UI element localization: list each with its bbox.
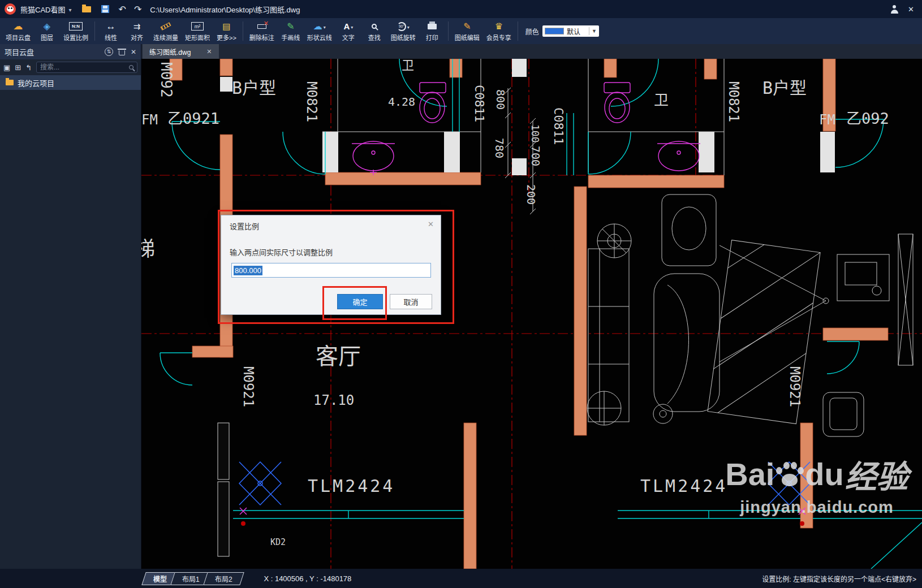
red-dots	[241, 521, 804, 526]
app-name: 熊猫CAD看图	[20, 4, 65, 15]
cad-text-label: 17.10	[313, 394, 354, 408]
up-level-icon[interactable]	[25, 62, 32, 72]
set-scale-dialog: 设置比例 输入两点间实际尺寸以调整比例 800.000 确定 取消	[221, 215, 441, 315]
user-account-icon[interactable]	[890, 5, 899, 14]
chevron-down-icon	[351, 23, 353, 30]
save-icon[interactable]	[101, 5, 109, 13]
toolbar-button-find[interactable]: 查找	[361, 19, 387, 43]
search-icon[interactable]	[129, 65, 133, 70]
toolbar-separator	[448, 21, 449, 41]
cad-text-label: B户型	[762, 79, 807, 97]
toolbar-button-more[interactable]: 更多>>	[213, 19, 240, 43]
sidebar-search	[36, 62, 137, 73]
cancel-button[interactable]: 取消	[390, 294, 432, 309]
baidu-jingyan-watermark: Bai du 经验 jingyan.baidu.com	[717, 451, 916, 517]
toolbar-separator	[243, 21, 243, 41]
color-dropdown[interactable]: 默认 ▼	[542, 25, 599, 37]
linear-dimension-icon	[106, 21, 116, 32]
toolbar-button-cloud-drive[interactable]: 项目云盘	[2, 19, 34, 43]
cad-text-label: 4.28	[388, 96, 415, 108]
cursor-coordinates: X : 1400506 , Y : -1480178	[264, 574, 351, 583]
rotate-90-icon	[397, 22, 406, 31]
cad-text-label: TLM2424	[640, 477, 727, 495]
scale-value-input[interactable]: 800.000	[231, 263, 431, 278]
cad-text-label: FM	[141, 113, 158, 127]
toolbar-button-align[interactable]: 对齐	[124, 19, 150, 43]
cad-text-label: M0921	[241, 366, 255, 407]
cad-text-label: C0811	[552, 107, 565, 145]
align-icon	[133, 21, 141, 32]
cad-text-label: 乙0921	[167, 111, 219, 127]
cad-text-label: 卫	[654, 93, 669, 108]
cad-canvas[interactable]: M092 B户型 M0821 FM 乙0921 卫 4.28 C0811 800…	[141, 59, 922, 569]
titlebar: 熊猫CAD看图 C:\Users\Administrator\Desktop\练…	[0, 0, 922, 18]
cad-text-label: TLM2424	[308, 477, 395, 495]
selected-input-text: 800.000	[234, 266, 262, 275]
add-folder-icon[interactable]	[15, 62, 21, 72]
cad-text-label: M0821	[726, 81, 740, 122]
redo-icon[interactable]	[130, 4, 145, 15]
printer-icon	[428, 24, 437, 29]
open-file-icon[interactable]	[82, 6, 91, 12]
toolbar-button-set-scale[interactable]: 设置比例	[60, 19, 92, 43]
sync-icon[interactable]	[105, 47, 113, 56]
toolbar-button-linear-dimension[interactable]: 线性	[98, 19, 124, 43]
toolbar-separator	[94, 21, 95, 41]
toolbar-button-freehand-line[interactable]: 手画线	[278, 19, 304, 43]
file-path: C:\Users\Administrator\Desktop\练习图纸.dwg	[150, 4, 300, 15]
toolbar-button-layers[interactable]: 图层	[34, 19, 60, 43]
ruler-icon	[160, 22, 171, 31]
tab-layout2[interactable]: 布局2	[203, 572, 244, 585]
dialog-title: 设置比例	[230, 220, 259, 231]
watermark-url: jingyan.baidu.com	[717, 498, 916, 517]
dialog-instruction: 输入两点间实际尺寸以调整比例	[230, 247, 333, 257]
color-swatch	[545, 28, 564, 34]
toolbar-button-continuous-measure[interactable]: 连续测量	[150, 19, 182, 43]
toolbar-button-vip[interactable]: 会员专享	[483, 19, 515, 43]
color-label: 颜色	[525, 27, 539, 36]
toolbar-button-text[interactable]: 文字	[335, 19, 361, 43]
document-tab[interactable]: 练习图纸.dwg	[143, 44, 219, 59]
cad-text-label: 梯	[141, 239, 155, 260]
more-tools-icon	[222, 21, 230, 32]
sidebar-header: 项目云盘	[0, 44, 141, 59]
close-sidebar-icon[interactable]	[131, 47, 136, 56]
project-cloud-sidebar: 项目云盘 我的云项目	[0, 44, 141, 569]
cad-text-label: 客厅	[316, 344, 361, 368]
folder-icon	[6, 80, 14, 85]
delete-annotation-icon	[257, 24, 266, 29]
trash-icon[interactable]	[119, 50, 125, 55]
cad-text-label: 780	[493, 138, 505, 158]
dialog-close-icon[interactable]	[428, 219, 434, 229]
new-document-icon[interactable]	[3, 62, 10, 72]
toolbar-button-print[interactable]: 打印	[419, 19, 445, 43]
close-window-icon[interactable]	[908, 5, 914, 14]
sidebar-title: 项目云盘	[5, 46, 34, 57]
toolbar-button-shape-cloud[interactable]: 形状云线	[304, 19, 335, 43]
sidebar-item-my-cloud-projects[interactable]: 我的云项目	[0, 75, 141, 90]
window-frames	[218, 423, 229, 556]
chevron-down-icon	[407, 23, 410, 30]
cad-text-label: 700	[529, 146, 541, 166]
cad-viewer-app: 熊猫CAD看图 C:\Users\Administrator\Desktop\练…	[0, 0, 922, 588]
chevron-down-icon[interactable]	[65, 5, 77, 14]
undo-icon[interactable]	[114, 4, 130, 15]
ok-button[interactable]: 确定	[337, 294, 383, 309]
watermark-brand-text: Bai	[725, 456, 774, 492]
cad-text-label: 800	[494, 89, 506, 110]
cad-text-label: M0821	[304, 81, 318, 122]
toolbar-button-rotate-drawing[interactable]: 图纸旋转	[387, 19, 419, 43]
document-tabbar: 练习图纸.dwg	[141, 44, 922, 59]
cad-text-label: 卫	[402, 59, 414, 72]
search-icon	[372, 24, 377, 29]
toolbar-button-delete-annotation[interactable]: 删除标注	[246, 19, 278, 43]
cad-text-label: 乙092	[846, 111, 889, 127]
search-input[interactable]	[40, 63, 129, 71]
close-tab-icon[interactable]	[206, 47, 212, 55]
structural-lines	[322, 59, 724, 214]
toolbar-button-rect-area[interactable]: 矩形面积	[182, 19, 213, 43]
cad-text-label: KD2	[270, 538, 286, 547]
document-tab-label: 练习图纸.dwg	[149, 47, 191, 57]
vip-crown-icon	[495, 21, 503, 32]
toolbar-button-edit-drawing[interactable]: 图纸编辑	[451, 19, 483, 43]
